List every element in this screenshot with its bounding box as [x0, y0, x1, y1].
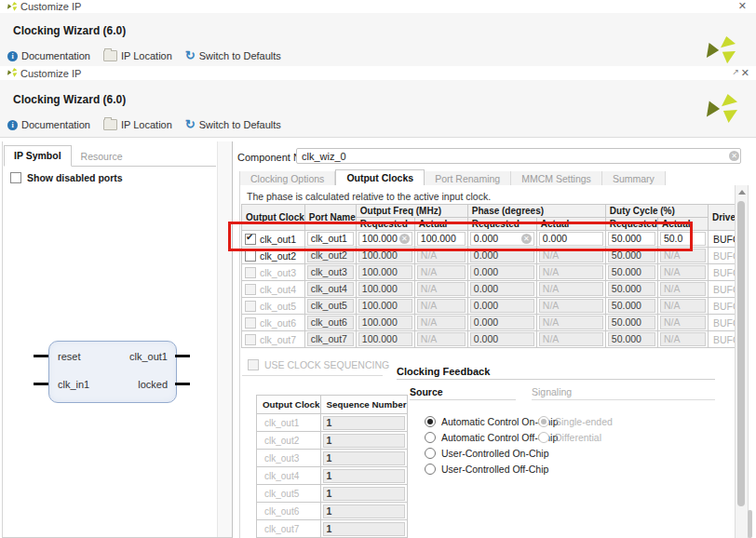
phase-requested-cell: 0.000	[467, 281, 536, 298]
info-icon: i	[7, 120, 18, 130]
freq-requested-cell: 100.000	[356, 248, 414, 264]
source-option-user-controlled-on-chip[interactable]: User-Controlled On-Chip	[425, 445, 558, 461]
signaling-option-single-ended: Single-ended	[538, 413, 613, 429]
duty-actual-field: N/A	[660, 316, 706, 330]
phase-requested-field: 0.000	[470, 316, 534, 330]
source-label: Source	[410, 386, 443, 397]
output-clock-row: clk_out7clk_out7100.000N/A0.000N/A50.000…	[242, 331, 748, 348]
seq-number-cell: 1	[320, 414, 407, 432]
close-icon[interactable]: ✕	[741, 67, 749, 79]
col-requested: Requested	[356, 218, 414, 231]
row-checkbox-icon	[245, 301, 256, 312]
duty-requested-field: 50.000	[608, 282, 655, 296]
phase-actual-cell: 0.000	[536, 231, 605, 248]
phase-requested-cell: 0.000	[467, 248, 536, 264]
toolbar-window2: i Documentation IP Location ↻ Switch to …	[7, 119, 281, 130]
scroll-up-icon[interactable]	[738, 190, 746, 195]
show-disabled-ports-checkbox[interactable]: Show disabled ports	[10, 172, 123, 183]
tab-ip-symbol[interactable]: IP Symbol	[4, 145, 72, 167]
duty-actual-field: N/A	[660, 265, 706, 279]
phase-actual-field: N/A	[539, 316, 603, 330]
phase-requested-cell: 0.000	[467, 264, 536, 281]
output-clock-cell: clk_out7	[242, 331, 305, 348]
freq-requested-field: 100.000	[358, 265, 412, 279]
col-requested: Requested	[605, 218, 657, 231]
duty-requested-field: 50.000	[608, 249, 655, 262]
sequence-number-field: 1	[323, 434, 405, 448]
duty-actual-field: N/A	[660, 282, 706, 296]
output-clock-label: clk_out5	[260, 301, 296, 312]
output-clocks-table: Output ClockPort NameOutput Freq (MHz)Ph…	[241, 204, 748, 348]
phase-requested-field: 0.000	[470, 249, 534, 262]
port-name-field: clk_out2	[307, 249, 354, 262]
sequence-number-field: 1	[323, 504, 405, 518]
output-clock-label: clk_out6	[260, 317, 296, 329]
customize-ip-dialog: Customize IP ✕ Clocking Wizard (6.0) i D…	[0, 0, 756, 538]
output-clock-label: clk_out3	[260, 267, 296, 278]
seq-col-output-clock: Output Clock	[257, 396, 321, 414]
documentation-link[interactable]: i Documentation	[7, 50, 90, 61]
xilinx-app-icon	[7, 67, 18, 78]
documentation-link[interactable]: i Documentation	[7, 119, 90, 130]
output-clock-cell: clk_out3	[242, 264, 305, 281]
col-actual: Actual	[536, 218, 605, 231]
duty-actual-cell: N/A	[657, 298, 708, 315]
sequence-row: clk_out11	[257, 414, 408, 432]
titlebar-window1: Customize IP ✕	[0, 0, 756, 14]
restore-icon[interactable]: ↗	[732, 67, 739, 76]
port-stub-reset	[34, 355, 48, 357]
freq-actual-cell: N/A	[414, 281, 467, 298]
content-scrollbar[interactable]	[735, 185, 749, 538]
phase-requested-cell: 0.000	[467, 331, 536, 348]
clear-icon[interactable]: ✕	[399, 234, 410, 244]
phase-requested-field[interactable]: 0.000✕	[470, 232, 534, 246]
ip-location-label: IP Location	[121, 119, 172, 130]
freq-requested-cell: 100.000	[356, 331, 414, 348]
switch-to-defaults-link[interactable]: ↻ Switch to Defaults	[185, 119, 281, 130]
window2-title: Customize IP	[20, 68, 81, 79]
port-label-clk-out1: clk_out1	[112, 351, 168, 362]
seq-output-clock: clk_out3	[257, 450, 321, 467]
sequence-row: clk_out21	[257, 432, 408, 450]
duty-requested-field[interactable]: 50.000	[608, 232, 655, 246]
xilinx-app-icon	[7, 1, 18, 12]
ip-location-link[interactable]: IP Location	[103, 50, 172, 61]
refresh-icon: ↻	[185, 51, 196, 61]
output-clock-cell[interactable]: clk_out1	[242, 231, 305, 248]
source-option-user-controlled-off-chip[interactable]: User-Controlled Off-Chip	[425, 461, 558, 477]
port-stub-locked	[175, 383, 190, 385]
port-name-field: clk_out4	[307, 282, 354, 296]
duty-requested-field: 50.000	[608, 299, 655, 313]
scrollbar-thumb[interactable]	[737, 201, 745, 506]
phase-requested-field: 0.000	[470, 332, 534, 346]
clear-icon[interactable]: ✕	[729, 151, 739, 161]
port-name-field[interactable]: clk_out1	[307, 232, 354, 246]
freq-actual-cell: N/A	[414, 331, 467, 348]
freq-actual-cell: N/A	[414, 248, 467, 264]
xilinx-logo	[700, 35, 741, 65]
duty-actual-cell: N/A	[657, 248, 708, 264]
component-name-input[interactable]: clk_wiz_0	[296, 148, 741, 164]
switch-to-defaults-link[interactable]: ↻ Switch to Defaults	[185, 50, 281, 61]
freq-requested-field[interactable]: 100.000✕	[358, 232, 412, 246]
port-name-field: clk_out6	[307, 316, 354, 330]
outer-scrollbar-thumb[interactable]	[748, 510, 752, 538]
port-stub-clk-in1	[34, 383, 48, 385]
port-label-reset: reset	[58, 351, 80, 362]
output-clock-cell[interactable]: clk_out2	[242, 248, 305, 264]
clear-icon[interactable]: ✕	[521, 234, 532, 244]
output-clock-label: clk_out1	[260, 234, 296, 245]
close-icon[interactable]: ✕	[738, 0, 747, 12]
freq-requested-cell: 100.000	[356, 315, 414, 331]
duty-actual-field: 50.0	[660, 232, 706, 246]
sequence-row: clk_out41	[257, 467, 408, 485]
freq-actual-field: N/A	[417, 316, 466, 330]
col-requested: Requested	[467, 218, 536, 231]
tab-resource[interactable]: Resource	[72, 147, 132, 167]
ip-location-link[interactable]: IP Location	[103, 119, 172, 130]
checkbox-icon	[10, 172, 21, 183]
duty-requested-cell: 50.000	[605, 248, 657, 264]
freq-actual-cell: N/A	[414, 264, 467, 281]
left-panel-scrollbar[interactable]	[217, 141, 232, 537]
row-checkbox-icon	[245, 317, 256, 329]
